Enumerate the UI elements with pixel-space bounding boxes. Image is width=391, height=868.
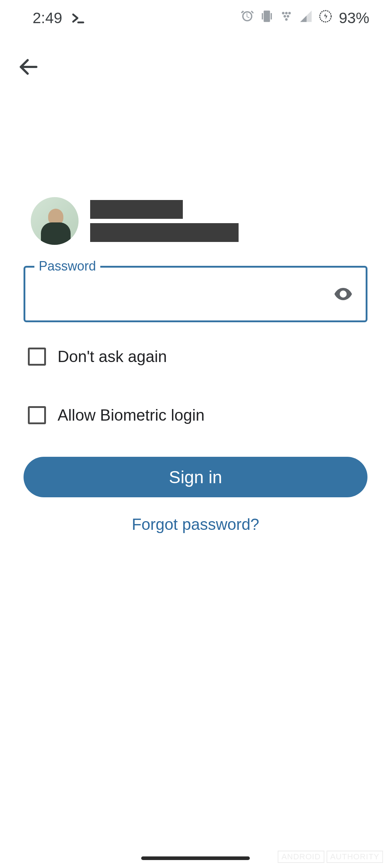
- watermark-brand-2: AUTHORITY: [327, 851, 383, 863]
- forgot-password-link[interactable]: Forgot password?: [24, 515, 367, 533]
- svg-point-5: [287, 15, 289, 18]
- alarm-icon: [240, 9, 255, 27]
- password-input[interactable]: [36, 285, 324, 303]
- svg-point-3: [288, 12, 291, 14]
- signin-button-label: Sign in: [169, 467, 222, 487]
- account-text-stack: [90, 200, 239, 242]
- password-input-box[interactable]: [24, 266, 367, 322]
- account-email-redacted: [90, 223, 239, 242]
- svg-point-2: [285, 12, 287, 14]
- back-button[interactable]: [14, 53, 43, 81]
- watermark: ANDROID AUTHORITY: [278, 851, 383, 863]
- eye-icon: [333, 284, 354, 305]
- toggle-password-visibility[interactable]: [332, 282, 355, 306]
- battery-percent: 93%: [339, 9, 369, 27]
- svg-point-1: [282, 12, 285, 14]
- account-name-redacted: [90, 200, 183, 219]
- password-label: Password: [34, 259, 100, 274]
- status-right: 93%: [240, 9, 369, 27]
- avatar: [31, 197, 79, 245]
- watermark-brand-1: ANDROID: [278, 851, 324, 863]
- biometric-checkbox[interactable]: [28, 406, 46, 424]
- svg-point-6: [285, 18, 287, 21]
- svg-point-9: [341, 292, 345, 296]
- vibrate-icon: [259, 9, 274, 27]
- signal-icon: [298, 9, 314, 27]
- account-row: [24, 197, 367, 245]
- password-field: Password: [24, 266, 367, 322]
- biometric-label: Allow Biometric login: [58, 406, 205, 424]
- login-form: Password Don't ask again Allow Biometric…: [24, 197, 367, 533]
- status-left: 2:49: [33, 9, 87, 27]
- dots-icon: [279, 9, 294, 27]
- dont-ask-checkbox[interactable]: [28, 348, 46, 366]
- signin-button[interactable]: Sign in: [24, 457, 367, 497]
- back-arrow-icon: [17, 55, 40, 78]
- dont-ask-label: Don't ask again: [58, 348, 167, 366]
- biometric-row[interactable]: Allow Biometric login: [24, 406, 367, 424]
- dont-ask-row[interactable]: Don't ask again: [24, 348, 367, 366]
- forgot-password-label: Forgot password?: [132, 515, 259, 533]
- dev-prompt-icon: [70, 9, 87, 27]
- status-time: 2:49: [33, 9, 62, 27]
- gesture-nav-handle[interactable]: [141, 856, 250, 860]
- app-bar: [0, 43, 391, 90]
- svg-point-4: [283, 15, 286, 18]
- battery-icon: [318, 9, 333, 27]
- status-bar: 2:49 93%: [0, 0, 391, 36]
